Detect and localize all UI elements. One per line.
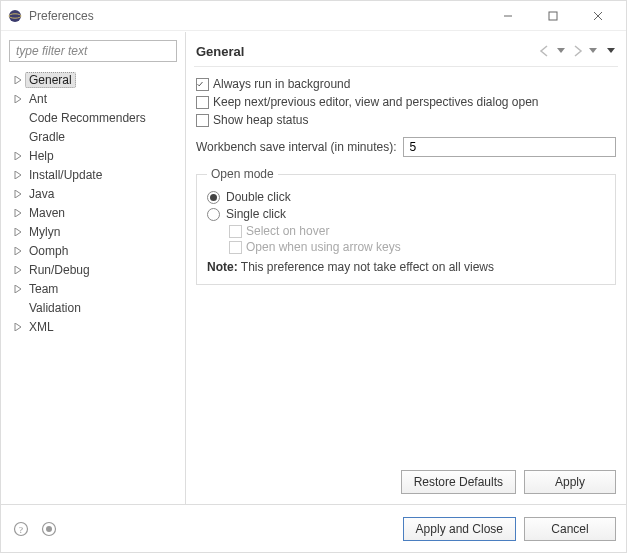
- double-click-row: Double click: [207, 190, 605, 204]
- page-body: Always run in background Keep next/previ…: [186, 75, 626, 464]
- note-text: This preference may not take effect on a…: [241, 260, 494, 274]
- note-label: Note:: [207, 260, 238, 274]
- chevron-right-icon[interactable]: [11, 244, 25, 258]
- tree-item-label: General: [25, 72, 76, 88]
- always-run-bg-checkbox[interactable]: [196, 78, 209, 91]
- tree-item[interactable]: XML: [11, 317, 185, 336]
- chevron-right-icon[interactable]: [11, 187, 25, 201]
- save-interval-row: Workbench save interval (in minutes):: [196, 137, 616, 157]
- tree-item-label: Maven: [25, 206, 69, 220]
- nav-forward-icon[interactable]: [568, 42, 586, 60]
- open-mode-group: Open mode Double click Single click Sele…: [196, 167, 616, 285]
- nav-back-icon[interactable]: [536, 42, 554, 60]
- content-area: GeneralAntCode RecommendersGradleHelpIns…: [1, 31, 626, 504]
- help-icon[interactable]: ?: [11, 519, 31, 539]
- filter-input[interactable]: [9, 40, 177, 62]
- double-click-radio[interactable]: [207, 191, 220, 204]
- tree-item-label: Validation: [25, 301, 85, 315]
- open-mode-note: Note: This preference may not take effec…: [207, 260, 605, 274]
- cancel-button[interactable]: Cancel: [524, 517, 616, 541]
- apply-button[interactable]: Apply: [524, 470, 616, 494]
- chevron-right-icon[interactable]: [11, 225, 25, 239]
- show-heap-label: Show heap status: [213, 113, 308, 127]
- tree-item[interactable]: Gradle: [11, 127, 185, 146]
- apply-and-close-button[interactable]: Apply and Close: [403, 517, 516, 541]
- window-title: Preferences: [29, 9, 94, 23]
- tree-item[interactable]: Oomph: [11, 241, 185, 260]
- tree-item[interactable]: Java: [11, 184, 185, 203]
- single-click-row: Single click: [207, 207, 605, 221]
- chevron-right-icon[interactable]: [11, 73, 25, 87]
- open-on-arrow-row: Open when using arrow keys: [229, 240, 605, 254]
- import-export-icon[interactable]: [39, 519, 59, 539]
- page-buttons: Restore Defaults Apply: [186, 464, 626, 504]
- chevron-right-icon[interactable]: [11, 168, 25, 182]
- select-on-hover-row: Select on hover: [229, 224, 605, 238]
- close-button[interactable]: [575, 1, 620, 31]
- keep-editor-dialog-row: Keep next/previous editor, view and pers…: [196, 95, 616, 109]
- tree-item-label: Oomph: [25, 244, 72, 258]
- eclipse-icon: [7, 8, 23, 24]
- tree-item[interactable]: Mylyn: [11, 222, 185, 241]
- tree-item[interactable]: Team: [11, 279, 185, 298]
- maximize-button[interactable]: [530, 1, 575, 31]
- chevron-right-icon[interactable]: [11, 282, 25, 296]
- tree-item-label: XML: [25, 320, 58, 334]
- open-on-arrow-label: Open when using arrow keys: [246, 240, 401, 254]
- preference-tree-pane: GeneralAntCode RecommendersGradleHelpIns…: [1, 32, 186, 504]
- minimize-button[interactable]: [485, 1, 530, 31]
- tree-item-label: Ant: [25, 92, 51, 106]
- select-on-hover-checkbox: [229, 225, 242, 238]
- tree-item-label: Team: [25, 282, 62, 296]
- always-run-bg-row: Always run in background: [196, 77, 616, 91]
- chevron-right-icon[interactable]: [11, 320, 25, 334]
- chevron-right-icon[interactable]: [11, 149, 25, 163]
- tree-item-label: Java: [25, 187, 58, 201]
- svg-rect-3: [549, 12, 557, 20]
- save-interval-input[interactable]: [403, 137, 616, 157]
- double-click-label: Double click: [226, 190, 291, 204]
- tree-item-label: Gradle: [25, 130, 69, 144]
- save-interval-label: Workbench save interval (in minutes):: [196, 140, 397, 154]
- tree-item[interactable]: Code Recommenders: [11, 108, 185, 127]
- tree-item-label: Install/Update: [25, 168, 106, 182]
- keep-editor-dialog-label: Keep next/previous editor, view and pers…: [213, 95, 539, 109]
- chevron-right-icon[interactable]: [11, 206, 25, 220]
- keep-editor-dialog-checkbox[interactable]: [196, 96, 209, 109]
- open-mode-legend: Open mode: [207, 167, 278, 181]
- page-menu-drop-icon[interactable]: [606, 42, 616, 60]
- tree-item[interactable]: Help: [11, 146, 185, 165]
- tree-item-label: Mylyn: [25, 225, 64, 239]
- svg-point-0: [9, 10, 21, 22]
- tree-item-label: Run/Debug: [25, 263, 94, 277]
- single-click-radio[interactable]: [207, 208, 220, 221]
- tree-item[interactable]: Maven: [11, 203, 185, 222]
- header-separator: [194, 66, 618, 67]
- tree-item-label: Help: [25, 149, 58, 163]
- preference-page: General Always ru: [186, 32, 626, 504]
- tree-item[interactable]: Run/Debug: [11, 260, 185, 279]
- nav-forward-drop-icon[interactable]: [588, 42, 598, 60]
- nav-back-drop-icon[interactable]: [556, 42, 566, 60]
- tree-item-label: Code Recommenders: [25, 111, 150, 125]
- tree-item[interactable]: General: [11, 70, 185, 89]
- preference-tree[interactable]: GeneralAntCode RecommendersGradleHelpIns…: [1, 66, 185, 504]
- page-header: General: [186, 32, 626, 66]
- svg-text:?: ?: [19, 524, 23, 534]
- show-heap-row: Show heap status: [196, 113, 616, 127]
- title-bar: Preferences: [1, 1, 626, 31]
- dialog-footer: ? Apply and Close Cancel: [1, 504, 626, 552]
- tree-item[interactable]: Install/Update: [11, 165, 185, 184]
- select-on-hover-label: Select on hover: [246, 224, 329, 238]
- restore-defaults-button[interactable]: Restore Defaults: [401, 470, 516, 494]
- show-heap-checkbox[interactable]: [196, 114, 209, 127]
- chevron-right-icon[interactable]: [11, 92, 25, 106]
- open-on-arrow-checkbox: [229, 241, 242, 254]
- chevron-right-icon[interactable]: [11, 263, 25, 277]
- single-click-label: Single click: [226, 207, 286, 221]
- page-title: General: [196, 44, 244, 59]
- tree-item[interactable]: Validation: [11, 298, 185, 317]
- svg-point-9: [46, 526, 52, 532]
- tree-item[interactable]: Ant: [11, 89, 185, 108]
- always-run-bg-label: Always run in background: [213, 77, 350, 91]
